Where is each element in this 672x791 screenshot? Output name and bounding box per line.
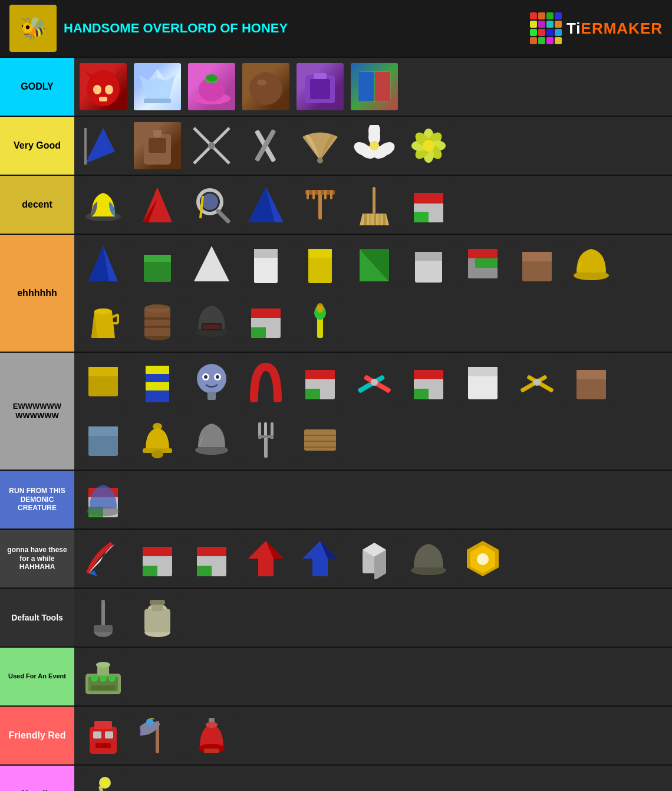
item-shovel xyxy=(80,594,127,641)
list-item xyxy=(185,294,238,347)
tier-items-friendly-red xyxy=(74,707,672,764)
list-item xyxy=(456,237,509,290)
tier-label-very-good: Very Good xyxy=(0,117,74,175)
item-broom xyxy=(351,181,398,228)
svg-rect-129 xyxy=(207,392,216,400)
svg-point-98 xyxy=(94,308,112,314)
list-item xyxy=(294,178,347,231)
svg-rect-71 xyxy=(374,214,376,225)
svg-point-105 xyxy=(144,304,170,313)
svg-marker-23 xyxy=(85,128,115,163)
list-item xyxy=(77,119,130,172)
svg-marker-79 xyxy=(88,246,109,281)
item-gray-helmet xyxy=(188,415,235,462)
list-item xyxy=(131,60,184,113)
item-barrel xyxy=(134,297,181,344)
list-item xyxy=(185,119,238,172)
list-item xyxy=(294,119,347,172)
list-item xyxy=(348,178,401,231)
list-item xyxy=(77,412,130,465)
item-white-big1 xyxy=(188,240,235,287)
svg-point-16 xyxy=(257,80,266,86)
svg-rect-147 xyxy=(88,426,118,436)
item-mini-box1 xyxy=(134,535,181,582)
tier-label-default: Default Tools xyxy=(0,589,74,646)
svg-point-14 xyxy=(206,74,218,81)
svg-point-5 xyxy=(105,85,113,94)
tier-row-noodle: Noodle xyxy=(0,764,672,791)
svg-point-127 xyxy=(204,375,207,379)
item-red-shape xyxy=(134,181,181,228)
list-item xyxy=(185,237,238,290)
list-item xyxy=(402,237,455,290)
list-item xyxy=(77,178,130,231)
svg-point-128 xyxy=(216,375,219,379)
item-axe-bird xyxy=(134,712,181,759)
svg-rect-10 xyxy=(144,99,171,103)
svg-rect-65 xyxy=(324,190,327,199)
svg-point-150 xyxy=(151,450,163,458)
svg-rect-121 xyxy=(146,374,169,382)
list-item xyxy=(77,60,130,113)
svg-rect-69 xyxy=(364,214,367,225)
svg-rect-199 xyxy=(93,731,101,739)
list-item xyxy=(77,473,130,526)
tier-row-default: Default Tools xyxy=(0,587,672,646)
svg-point-208 xyxy=(206,722,218,728)
svg-rect-28 xyxy=(153,130,162,137)
item-pink-hat xyxy=(188,63,235,110)
svg-point-197 xyxy=(96,662,110,668)
tier-row-very-good: Very Good xyxy=(0,116,672,175)
item-blue-green-block xyxy=(80,476,127,523)
svg-rect-25 xyxy=(84,128,87,165)
svg-line-56 xyxy=(218,211,228,221)
svg-rect-73 xyxy=(383,214,386,225)
list-item xyxy=(131,412,184,465)
svg-point-41 xyxy=(370,141,379,150)
svg-rect-93 xyxy=(475,258,498,268)
item-lamp-red xyxy=(188,712,235,759)
tier-row-friendly-red: Friendly Red xyxy=(0,705,672,764)
svg-point-204 xyxy=(146,718,153,726)
svg-rect-195 xyxy=(91,685,115,690)
item-red-bot xyxy=(80,712,127,759)
list-item xyxy=(131,294,184,347)
list-item xyxy=(131,355,184,408)
tier-items-godly xyxy=(74,58,672,116)
list-item xyxy=(402,355,455,408)
svg-rect-81 xyxy=(144,255,171,262)
svg-rect-187 xyxy=(144,609,170,632)
item-gray-bricks xyxy=(459,240,506,287)
list-item xyxy=(402,119,455,172)
item-green-corner xyxy=(351,240,398,287)
tier-row-gonna: gonna have these for a while HAHHAHA xyxy=(0,529,672,587)
svg-point-181 xyxy=(477,553,489,565)
svg-rect-18 xyxy=(310,79,330,99)
item-robot-green xyxy=(80,653,127,700)
item-white-big2 xyxy=(242,240,289,287)
list-item xyxy=(77,355,130,408)
header-bee-icon: 🐝 xyxy=(9,5,57,52)
svg-rect-86 xyxy=(308,249,332,258)
list-item xyxy=(348,237,401,290)
svg-rect-189 xyxy=(150,600,165,605)
svg-point-192 xyxy=(91,675,98,682)
svg-rect-96 xyxy=(522,252,552,261)
list-item xyxy=(348,355,401,408)
svg-point-15 xyxy=(249,72,282,105)
item-crown xyxy=(134,63,181,110)
svg-rect-70 xyxy=(369,214,371,225)
list-item xyxy=(185,709,238,762)
item-mask-red xyxy=(80,63,127,110)
item-horseshoe xyxy=(242,358,289,405)
list-item xyxy=(294,60,347,113)
item-yellow-flower xyxy=(405,122,452,169)
tier-items-run-from xyxy=(74,471,672,529)
list-item xyxy=(77,709,130,762)
list-item xyxy=(294,294,347,347)
svg-rect-207 xyxy=(204,749,219,753)
item-feather-red xyxy=(80,535,127,582)
list-item xyxy=(348,119,401,172)
svg-rect-120 xyxy=(146,366,169,374)
logo-text: TiERMAKER xyxy=(566,19,663,38)
